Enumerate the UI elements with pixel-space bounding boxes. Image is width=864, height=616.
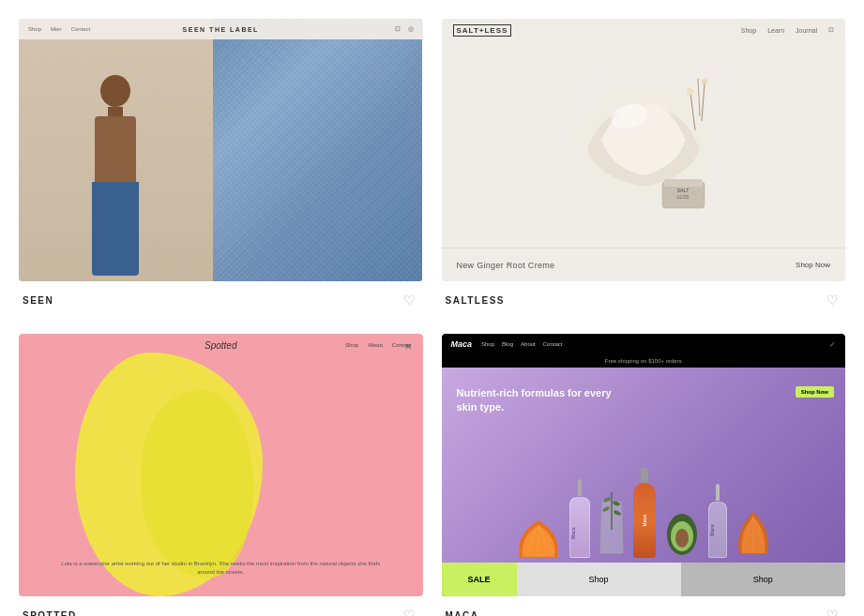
- seen-logo: SEEN THE LABEL: [183, 26, 259, 33]
- maca-check-icon: ✓: [829, 340, 836, 349]
- maca-footer-sale[interactable]: SALE: [442, 563, 517, 596]
- saltless-title: SALTLESS: [446, 295, 505, 306]
- shop-now-button[interactable]: Shop Now: [796, 261, 830, 269]
- saltless-card-footer: SALTLESS ♡: [442, 281, 846, 315]
- seen-bag-icon: ⊡: [395, 25, 401, 33]
- person-jeans: [92, 182, 139, 276]
- card-grid: Shop Men Contact SEEN THE LABEL ⊡ ◎: [19, 19, 845, 616]
- saltless-heart-icon[interactable]: ♡: [823, 291, 841, 309]
- card-maca: Maca Shop Blog About Contact ✓ Free ship…: [442, 334, 846, 616]
- svg-text:LESS: LESS: [676, 194, 689, 200]
- svg-point-11: [691, 86, 695, 90]
- maca-heart-icon[interactable]: ♡: [823, 606, 841, 616]
- seen-nav-right: ⊡ ◎: [395, 25, 414, 33]
- maca-footer-shop1[interactable]: Shop: [517, 563, 681, 596]
- spotted-image[interactable]: Shop About Contact Spotted ✕ Lola is a w…: [19, 334, 423, 596]
- main-bottle-cap: [641, 468, 648, 483]
- seen-nav-contact[interactable]: Contact: [71, 26, 91, 32]
- seen-denim-panel: [213, 19, 423, 281]
- spotted-text-area: Lola is a watercolor artist working out …: [19, 560, 423, 578]
- maca-serum1: Maca: [569, 479, 590, 558]
- spotted-description: Lola is a watercolor artist working out …: [19, 560, 423, 578]
- maca-nav: Maca Shop Blog About Contact ✓: [442, 334, 846, 354]
- saltless-main-area: SALT LESS: [442, 19, 846, 248]
- saltless-product-text: New Ginger Root Creme: [457, 261, 555, 270]
- seen-nav-men[interactable]: Men: [51, 26, 62, 32]
- maca-nav-contact[interactable]: Contact: [543, 341, 563, 347]
- spotted-heart-icon[interactable]: ♡: [401, 606, 419, 616]
- seen-search-icon: ◎: [408, 25, 414, 33]
- maca-card-footer: MACA ♡: [442, 596, 846, 616]
- seen-image[interactable]: Shop Men Contact SEEN THE LABEL ⊡ ◎: [19, 19, 423, 281]
- maca-sale-text: SALE: [467, 575, 490, 584]
- maca-nav-links: Shop Blog About Contact: [481, 341, 562, 347]
- person-head: [100, 75, 130, 107]
- seen-nav: Shop Men Contact SEEN THE LABEL ⊡ ◎: [19, 19, 423, 39]
- svg-point-12: [705, 77, 709, 81]
- seen-heart-icon[interactable]: ♡: [401, 291, 419, 309]
- maca-products-area: Maca: [442, 431, 846, 563]
- serum-bottle-1: Maca: [569, 497, 590, 558]
- spotted-nav-shop[interactable]: Shop: [345, 342, 358, 348]
- seen-figure: [78, 75, 153, 281]
- maca-shop-button[interactable]: Shop Now: [796, 386, 834, 398]
- denim-texture: [213, 19, 423, 281]
- maca-shipping-text: Free shipping on $100+ orders: [605, 358, 682, 364]
- maca-label-2: Maca: [709, 517, 715, 549]
- spotted-blob-2: [141, 390, 253, 578]
- card-seen: Shop Men Contact SEEN THE LABEL ⊡ ◎: [19, 19, 423, 315]
- serum-bottle-2: Maca: [708, 502, 727, 558]
- maca-nav-shop[interactable]: Shop: [481, 341, 494, 347]
- serum-dropper-1: [578, 479, 582, 496]
- maca-bg: Maca Shop Blog About Contact ✓ Free ship…: [442, 334, 846, 596]
- main-bottle-body: Maca: [633, 483, 656, 558]
- maca-shop1-text: Shop: [589, 575, 609, 584]
- seen-card-footer: SEEN ♡: [19, 281, 423, 315]
- maca-shop2-text: Shop: [753, 575, 773, 584]
- spotted-card-footer: SPOTTED ♡: [19, 596, 423, 616]
- seen-nav-left: Shop Men Contact: [28, 26, 90, 32]
- spotted-nav-about[interactable]: About: [368, 342, 383, 348]
- maca-title: MACA: [446, 610, 479, 617]
- seen-person-panel: [19, 19, 213, 281]
- saltless-product-svg: SALT LESS: [550, 65, 737, 233]
- svg-text:SALT: SALT: [676, 188, 689, 193]
- seen-title: SEEN: [23, 295, 53, 306]
- maca-avocado: [663, 506, 701, 558]
- maca-nav-blog[interactable]: Blog: [502, 341, 513, 347]
- spotted-nav: Shop About Contact Spotted: [19, 334, 423, 356]
- spotted-nav-links: Shop About Contact: [345, 342, 411, 348]
- maca-footer-shop2[interactable]: Shop: [681, 563, 845, 596]
- card-spotted: Shop About Contact Spotted ✕ Lola is a w…: [19, 334, 423, 616]
- person-torso: [95, 116, 136, 182]
- spotted-logo: Spotted: [205, 340, 236, 351]
- maca-nav-about[interactable]: About: [521, 341, 536, 347]
- maca-orange: [515, 516, 562, 558]
- svg-rect-3: [664, 179, 703, 187]
- maca-headline: Nutrient-rich formulas for every skin ty…: [457, 386, 626, 415]
- maca-label-1: Maca: [570, 517, 576, 554]
- saltless-image[interactable]: SALT+LESS Shop Learn Journal ⊡: [442, 19, 846, 281]
- maca-main-bottle: Maca: [633, 468, 656, 558]
- maca-shipping-bar: Free shipping on $100+ orders: [442, 354, 846, 368]
- maca-serum2: Maca: [708, 484, 727, 558]
- maca-logo: Maca: [451, 339, 473, 349]
- maca-glass1: [598, 492, 626, 558]
- maca-avocado-half: [735, 507, 772, 558]
- svg-point-25: [675, 529, 689, 548]
- spotted-title: SPOTTED: [23, 610, 77, 617]
- spotted-nav-contact[interactable]: Contact: [392, 342, 412, 348]
- saltless-bg: SALT+LESS Shop Learn Journal ⊡: [442, 19, 846, 281]
- maca-hero: Nutrient-rich formulas for every skin ty…: [442, 368, 846, 563]
- saltless-footer: New Ginger Root Creme Shop Now: [442, 248, 846, 281]
- seen-nav-shop[interactable]: Shop: [28, 26, 41, 32]
- maca-image[interactable]: Maca Shop Blog About Contact ✓ Free ship…: [442, 334, 846, 596]
- maca-footer-bar: SALE Shop Shop: [442, 563, 846, 596]
- card-saltless: SALT+LESS Shop Learn Journal ⊡: [442, 19, 846, 315]
- spotted-bg: Shop About Contact Spotted ✕ Lola is a w…: [19, 334, 423, 596]
- person-neck: [108, 107, 123, 116]
- serum-dropper-2: [716, 484, 720, 501]
- main-bottle-label: Maca: [642, 515, 647, 527]
